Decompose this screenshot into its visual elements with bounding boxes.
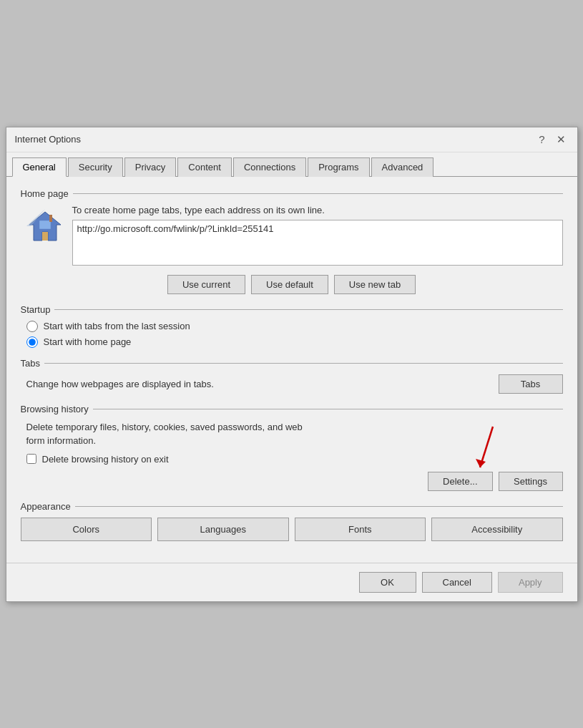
homepage-url-input[interactable]: http://go.microsoft.com/fwlink/p/?LinkId… <box>72 220 563 266</box>
tab-content[interactable]: Content <box>177 157 232 177</box>
startup-option2-row: Start with home page <box>26 336 563 348</box>
content-area: Home page To create home page tabs, type… <box>6 177 577 563</box>
appearance-buttons: Colors Languages Fonts Accessibility <box>21 518 563 541</box>
browsing-history-label: Browsing history <box>21 404 93 414</box>
appearance-divider <box>75 506 563 507</box>
appearance-header: Appearance <box>21 501 563 512</box>
startup-option1-label[interactable]: Start with tabs from the last session <box>44 321 190 331</box>
tab-bar: General Security Privacy Content Connect… <box>6 152 577 177</box>
appearance-label: Appearance <box>21 501 75 512</box>
delete-on-exit-label[interactable]: Delete browsing history on exit <box>42 454 169 465</box>
svg-rect-1 <box>39 220 51 229</box>
languages-button[interactable]: Languages <box>157 518 289 541</box>
tab-security[interactable]: Security <box>68 157 123 177</box>
accessibility-button[interactable]: Accessibility <box>431 518 563 541</box>
tabs-section-label: Tabs <box>21 358 44 369</box>
ok-button[interactable]: OK <box>359 572 416 593</box>
browsing-history-section: Browsing history Delete temporary files,… <box>21 404 563 491</box>
tab-general[interactable]: General <box>12 157 67 177</box>
browsing-history-buttons: Delete... Settings <box>21 472 563 491</box>
title-bar: Internet Options ? ✕ <box>6 127 577 152</box>
tabs-header: Tabs <box>21 358 563 369</box>
startup-label: Startup <box>21 304 55 315</box>
homepage-label: Home page <box>21 188 73 199</box>
help-button[interactable]: ? <box>536 133 547 145</box>
svg-rect-2 <box>42 232 48 241</box>
close-button[interactable]: ✕ <box>554 133 569 146</box>
startup-home-page-radio[interactable] <box>26 336 38 348</box>
use-current-button[interactable]: Use current <box>167 275 245 294</box>
appearance-section: Appearance Colors Languages Fonts Access… <box>21 501 563 541</box>
homepage-description: To create home page tabs, type each addr… <box>72 205 563 215</box>
startup-option1-row: Start with tabs from the last session <box>26 321 563 332</box>
tabs-button[interactable]: Tabs <box>499 374 563 394</box>
homepage-header: Home page <box>21 188 563 199</box>
delete-on-exit-checkbox[interactable] <box>26 454 36 464</box>
title-bar-controls: ? ✕ <box>536 133 568 146</box>
dialog-footer: OK Cancel Apply <box>6 563 577 601</box>
browsing-history-header: Browsing history <box>21 404 563 414</box>
settings-button[interactable]: Settings <box>499 472 563 491</box>
tab-privacy[interactable]: Privacy <box>124 157 177 177</box>
homepage-buttons: Use current Use default Use new tab <box>21 275 563 294</box>
tabs-row: Change how webpages are displayed in tab… <box>26 374 563 394</box>
tabs-divider <box>44 363 563 364</box>
house-icon <box>26 208 64 245</box>
tabs-description: Change how webpages are displayed in tab… <box>26 379 214 389</box>
browsing-history-description: Delete temporary files, history, cookies… <box>26 420 563 448</box>
homepage-divider <box>73 193 563 194</box>
tab-programs[interactable]: Programs <box>308 157 369 177</box>
dialog-title: Internet Options <box>15 134 82 145</box>
browsing-history-divider <box>93 409 563 409</box>
delete-button[interactable]: Delete... <box>428 472 492 491</box>
startup-divider <box>54 309 562 310</box>
tab-connections[interactable]: Connections <box>233 157 306 177</box>
startup-section: Startup Start with tabs from the last se… <box>21 304 563 348</box>
colors-button[interactable]: Colors <box>21 518 152 541</box>
tab-advanced[interactable]: Advanced <box>371 157 434 177</box>
fonts-button[interactable]: Fonts <box>295 518 426 541</box>
homepage-body: To create home page tabs, type each addr… <box>26 205 563 268</box>
delete-on-exit-row: Delete browsing history on exit <box>26 454 563 465</box>
use-new-tab-button[interactable]: Use new tab <box>334 275 416 294</box>
homepage-section: Home page To create home page tabs, type… <box>21 188 563 294</box>
startup-last-session-radio[interactable] <box>26 321 38 332</box>
apply-button[interactable]: Apply <box>498 572 563 593</box>
homepage-right: To create home page tabs, type each addr… <box>72 205 563 268</box>
startup-option2-label[interactable]: Start with home page <box>44 336 132 347</box>
use-default-button[interactable]: Use default <box>251 275 328 294</box>
svg-rect-4 <box>49 215 52 222</box>
cancel-button[interactable]: Cancel <box>422 572 492 593</box>
internet-options-dialog: Internet Options ? ✕ General Security Pr… <box>6 127 578 602</box>
startup-header: Startup <box>21 304 563 315</box>
tabs-section: Tabs Change how webpages are displayed i… <box>21 358 563 394</box>
